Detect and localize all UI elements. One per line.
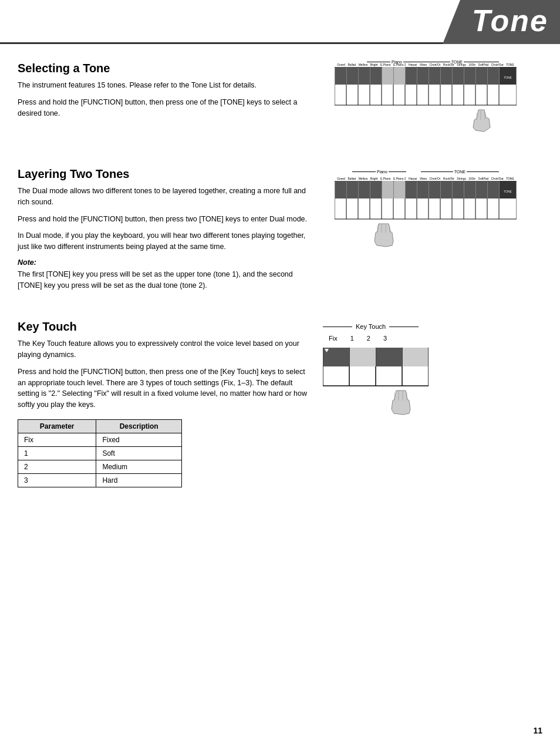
svg-rect-76 — [403, 348, 428, 366]
layering-tones-text: Layering Two Tones The Dual mode allows … — [18, 167, 323, 291]
svg-rect-60 — [464, 181, 475, 198]
svg-rect-25 — [453, 67, 464, 85]
svg-rect-19 — [382, 67, 393, 85]
table-cell: Medium — [96, 460, 182, 473]
svg-rect-74 — [350, 348, 376, 366]
key-touch-options: Fix 1 2 3 — [323, 335, 452, 342]
svg-rect-49 — [335, 181, 346, 198]
svg-rect-52 — [370, 181, 382, 198]
key-touch-body1: The Key Touch feature allows you to expr… — [18, 338, 311, 361]
layering-tones-body1: The Dual mode allows two different tones… — [18, 186, 311, 208]
svg-rect-18 — [370, 67, 382, 85]
content-area: Selecting a Tone The instrument features… — [0, 44, 560, 529]
piano-label-1: Piano — [392, 60, 402, 64]
selecting-tone-text: Selecting a Tone The instrument features… — [18, 62, 323, 138]
tone-label-2: TONE — [454, 170, 465, 174]
svg-rect-61 — [476, 181, 487, 198]
svg-rect-59 — [453, 181, 464, 198]
table-cell: Fixed — [96, 433, 182, 446]
option-fix: Fix — [329, 335, 338, 342]
page-title: Tone — [472, 3, 548, 38]
key-touch-title: Key Touch — [18, 320, 311, 334]
layering-tones-body2: Press and hold the [FUNCTION] button, th… — [18, 214, 311, 225]
svg-rect-24 — [441, 67, 452, 85]
svg-rect-75 — [376, 348, 402, 366]
page-number: 11 — [533, 726, 542, 735]
parameter-table: Parameter Description Fix Fixed 1 Soft 2 — [18, 419, 182, 487]
key-touch-label: Key Touch — [352, 323, 389, 330]
tone-key-labels-2: Grand Ballad Mellow Bright E.Piano E.Pia… — [335, 177, 517, 180]
table-row: 1 Soft — [18, 446, 182, 460]
svg-rect-50 — [347, 181, 358, 198]
selecting-tone-title: Selecting a Tone — [18, 62, 311, 75]
hand-icon-3 — [384, 388, 423, 420]
svg-rect-58 — [441, 181, 452, 198]
selecting-tone-body1: The instrument features 15 tones. Please… — [18, 80, 311, 91]
svg-rect-16 — [347, 67, 358, 85]
keyboard-diagram-1: TONE — [335, 67, 517, 138]
svg-rect-27 — [476, 67, 487, 85]
svg-rect-62 — [488, 181, 499, 198]
selecting-tone-image: Piano TONE Grand Ballad Mellow Bright E — [323, 62, 528, 138]
table-row: 2 Medium — [18, 460, 182, 473]
svg-rect-21 — [406, 67, 417, 85]
table-cell: 3 — [18, 473, 96, 487]
option-2: 2 — [367, 335, 370, 342]
svg-rect-28 — [488, 67, 499, 85]
key-touch-keyboard — [323, 348, 429, 422]
table-row: Fix Fixed — [18, 433, 182, 446]
layering-tones-body3: In Dual mode, if you play the keyboard, … — [18, 230, 311, 253]
selecting-tone-body2: Press and hold the [FUNCTION] button, th… — [18, 97, 311, 119]
table-cell: 2 — [18, 460, 96, 473]
note-label: Note: — [18, 258, 311, 267]
svg-rect-57 — [429, 181, 440, 198]
tone-keyboard-1: Piano TONE Grand Ballad Mellow Bright E — [335, 62, 517, 138]
section-layering-tones: Layering Two Tones The Dual mode allows … — [18, 167, 542, 302]
table-header-parameter: Parameter — [18, 419, 96, 433]
svg-rect-53 — [382, 181, 393, 198]
keyboard-diagram-2: TONE — [335, 181, 517, 258]
piano-label-2: Piano — [377, 170, 387, 174]
key-touch-text: Key Touch The Key Touch feature allows y… — [18, 320, 323, 487]
table-row: 3 Hard — [18, 473, 182, 487]
option-1: 1 — [350, 335, 354, 342]
page-header: Tone — [0, 0, 560, 44]
note-text: The first [TONE] key you press will be s… — [18, 269, 311, 291]
table-cell: 1 — [18, 446, 96, 460]
svg-text:TONE: TONE — [504, 190, 512, 193]
table-cell: Fix — [18, 433, 96, 446]
tone-keyboard-2: Piano TONE Grand Ballad Mellow Bright E — [335, 167, 517, 258]
table-cell: Hard — [96, 473, 182, 487]
key-touch-body2: Press and hold the [FUNCTION] button, th… — [18, 366, 311, 410]
section-selecting-tone: Selecting a Tone The instrument features… — [18, 62, 542, 150]
key-touch-image: Key Touch Fix 1 2 3 — [323, 320, 528, 422]
table-header-description: Description — [96, 419, 182, 433]
svg-rect-23 — [429, 67, 440, 85]
tone-label-1: TONE — [451, 60, 463, 64]
svg-rect-20 — [394, 67, 405, 85]
svg-rect-55 — [406, 181, 417, 198]
table-cell: Soft — [96, 446, 182, 460]
hand-icon-1 — [464, 107, 499, 136]
section-key-touch: Key Touch The Key Touch feature allows y… — [18, 320, 542, 499]
option-3: 3 — [383, 335, 387, 342]
layering-tones-title: Layering Two Tones — [18, 167, 311, 181]
svg-rect-15 — [335, 67, 346, 85]
svg-rect-22 — [417, 67, 429, 85]
hand-icon-2 — [370, 221, 411, 256]
svg-rect-51 — [359, 181, 370, 198]
svg-rect-56 — [417, 181, 429, 198]
svg-text:TONE: TONE — [504, 76, 512, 79]
svg-rect-17 — [359, 67, 370, 85]
layering-tones-image: Piano TONE Grand Ballad Mellow Bright E — [323, 167, 528, 291]
svg-rect-54 — [394, 181, 405, 198]
svg-rect-26 — [464, 67, 475, 85]
